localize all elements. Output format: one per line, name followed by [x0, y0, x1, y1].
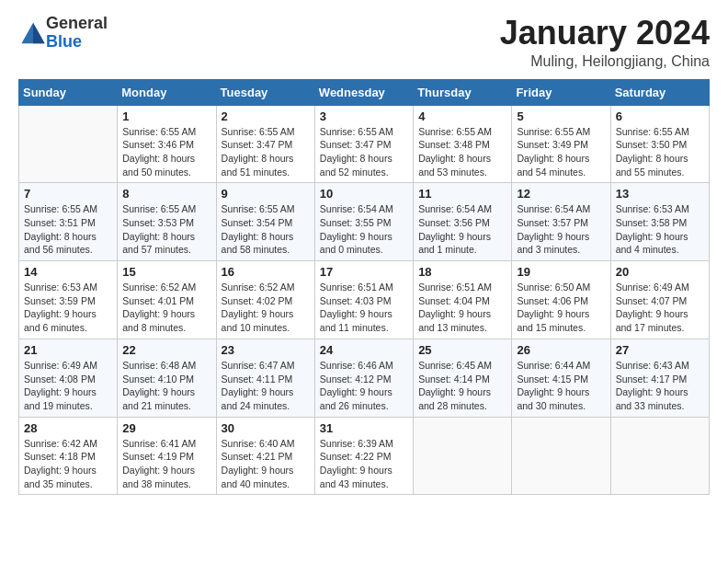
day-info-23: Sunrise: 6:47 AMSunset: 4:11 PMDaylight:…: [222, 359, 310, 413]
cell-w1-d6: 5Sunrise: 6:55 AMSunset: 3:49 PMDaylight…: [512, 105, 610, 183]
col-monday: Monday: [118, 79, 216, 105]
cell-w1-d5: 4Sunrise: 6:55 AMSunset: 3:48 PMDaylight…: [414, 105, 512, 183]
cell-w4-d2: 22Sunrise: 6:48 AMSunset: 4:10 PMDayligh…: [118, 339, 216, 417]
day-number-26: 26: [517, 343, 605, 357]
week-row-2: 7Sunrise: 6:55 AMSunset: 3:51 PMDaylight…: [19, 183, 710, 261]
col-saturday: Saturday: [610, 79, 709, 105]
calendar-table: Sunday Monday Tuesday Wednesday Thursday…: [18, 79, 710, 496]
col-wednesday: Wednesday: [314, 79, 413, 105]
cell-w5-d2: 29Sunrise: 6:41 AMSunset: 4:19 PMDayligh…: [118, 417, 216, 495]
day-number-24: 24: [320, 343, 408, 357]
day-number-16: 16: [222, 265, 310, 279]
logo-general-text: General: [46, 15, 108, 33]
day-info-19: Sunrise: 6:50 AMSunset: 4:06 PMDaylight:…: [517, 281, 605, 335]
day-number-31: 31: [320, 421, 408, 435]
day-number-25: 25: [418, 343, 506, 357]
day-info-16: Sunrise: 6:52 AMSunset: 4:02 PMDaylight:…: [222, 281, 310, 335]
day-info-18: Sunrise: 6:51 AMSunset: 4:04 PMDaylight:…: [418, 281, 506, 335]
cell-w4-d1: 21Sunrise: 6:49 AMSunset: 4:08 PMDayligh…: [19, 339, 118, 417]
cell-w5-d5: [414, 417, 512, 495]
cell-w3-d5: 18Sunrise: 6:51 AMSunset: 4:04 PMDayligh…: [414, 261, 512, 339]
day-number-17: 17: [320, 265, 408, 279]
cell-w4-d4: 24Sunrise: 6:46 AMSunset: 4:12 PMDayligh…: [314, 339, 413, 417]
cell-w2-d4: 10Sunrise: 6:54 AMSunset: 3:55 PMDayligh…: [314, 183, 413, 261]
day-info-21: Sunrise: 6:49 AMSunset: 4:08 PMDaylight:…: [24, 359, 112, 413]
header: General Blue January 2024 Muling, Heilon…: [18, 15, 710, 70]
day-info-28: Sunrise: 6:42 AMSunset: 4:18 PMDaylight:…: [24, 437, 112, 491]
col-sunday: Sunday: [19, 79, 118, 105]
day-info-8: Sunrise: 6:55 AMSunset: 3:53 PMDaylight:…: [122, 202, 210, 257]
day-info-12: Sunrise: 6:54 AMSunset: 3:57 PMDaylight:…: [517, 202, 605, 257]
day-number-11: 11: [418, 187, 506, 201]
cell-w2-d7: 13Sunrise: 6:53 AMSunset: 3:58 PMDayligh…: [610, 183, 709, 261]
logo: General Blue: [18, 15, 108, 52]
cell-w2-d1: 7Sunrise: 6:55 AMSunset: 3:51 PMDaylight…: [19, 183, 118, 261]
day-number-4: 4: [418, 109, 506, 123]
day-number-19: 19: [517, 265, 605, 279]
day-number-21: 21: [24, 343, 112, 357]
cell-w3-d7: 20Sunrise: 6:49 AMSunset: 4:07 PMDayligh…: [610, 261, 709, 339]
cell-w5-d7: [610, 417, 709, 495]
cell-w1-d3: 2Sunrise: 6:55 AMSunset: 3:47 PMDaylight…: [216, 105, 314, 183]
day-number-1: 1: [122, 109, 210, 123]
day-info-4: Sunrise: 6:55 AMSunset: 3:48 PMDaylight:…: [418, 125, 506, 179]
day-info-1: Sunrise: 6:55 AMSunset: 3:46 PMDaylight:…: [122, 125, 210, 179]
day-info-10: Sunrise: 6:54 AMSunset: 3:55 PMDaylight:…: [320, 202, 408, 257]
calendar-body: 1Sunrise: 6:55 AMSunset: 3:46 PMDaylight…: [19, 105, 710, 495]
cell-w3-d4: 17Sunrise: 6:51 AMSunset: 4:03 PMDayligh…: [314, 261, 413, 339]
col-friday: Friday: [512, 79, 610, 105]
day-number-8: 8: [122, 187, 210, 201]
week-row-4: 21Sunrise: 6:49 AMSunset: 4:08 PMDayligh…: [19, 339, 710, 417]
col-tuesday: Tuesday: [216, 79, 314, 105]
day-number-28: 28: [24, 421, 112, 435]
title-block: January 2024 Muling, Heilongjiang, China: [500, 15, 710, 70]
day-number-9: 9: [222, 187, 310, 201]
col-thursday: Thursday: [414, 79, 512, 105]
day-info-6: Sunrise: 6:55 AMSunset: 3:50 PMDaylight:…: [616, 125, 704, 179]
page: General Blue January 2024 Muling, Heilon…: [0, 0, 728, 563]
day-info-30: Sunrise: 6:40 AMSunset: 4:21 PMDaylight:…: [222, 437, 310, 491]
cell-w1-d2: 1Sunrise: 6:55 AMSunset: 3:46 PMDaylight…: [118, 105, 216, 183]
day-info-2: Sunrise: 6:55 AMSunset: 3:47 PMDaylight:…: [222, 125, 310, 179]
calendar-header: Sunday Monday Tuesday Wednesday Thursday…: [19, 79, 710, 105]
header-row: Sunday Monday Tuesday Wednesday Thursday…: [19, 79, 710, 105]
day-info-26: Sunrise: 6:44 AMSunset: 4:15 PMDaylight:…: [517, 359, 605, 413]
cell-w3-d3: 16Sunrise: 6:52 AMSunset: 4:02 PMDayligh…: [216, 261, 314, 339]
day-info-13: Sunrise: 6:53 AMSunset: 3:58 PMDaylight:…: [616, 202, 704, 257]
cell-w4-d6: 26Sunrise: 6:44 AMSunset: 4:15 PMDayligh…: [512, 339, 610, 417]
day-number-27: 27: [616, 343, 704, 357]
day-number-22: 22: [122, 343, 210, 357]
day-number-14: 14: [24, 265, 112, 279]
day-info-15: Sunrise: 6:52 AMSunset: 4:01 PMDaylight:…: [122, 281, 210, 335]
month-title: January 2024: [500, 15, 710, 52]
svg-marker-1: [33, 23, 45, 43]
day-number-5: 5: [517, 109, 605, 123]
cell-w1-d7: 6Sunrise: 6:55 AMSunset: 3:50 PMDaylight…: [610, 105, 709, 183]
day-info-22: Sunrise: 6:48 AMSunset: 4:10 PMDaylight:…: [122, 359, 210, 413]
day-number-30: 30: [222, 421, 310, 435]
day-info-27: Sunrise: 6:43 AMSunset: 4:17 PMDaylight:…: [616, 359, 704, 413]
day-number-7: 7: [24, 187, 112, 201]
day-number-12: 12: [517, 187, 605, 201]
logo-text: General Blue: [46, 15, 108, 52]
day-info-25: Sunrise: 6:45 AMSunset: 4:14 PMDaylight:…: [418, 359, 506, 413]
cell-w3-d1: 14Sunrise: 6:53 AMSunset: 3:59 PMDayligh…: [19, 261, 118, 339]
day-info-29: Sunrise: 6:41 AMSunset: 4:19 PMDaylight:…: [122, 437, 210, 491]
day-info-20: Sunrise: 6:49 AMSunset: 4:07 PMDaylight:…: [616, 281, 704, 335]
cell-w1-d1: [19, 105, 118, 183]
day-number-3: 3: [320, 109, 408, 123]
day-info-11: Sunrise: 6:54 AMSunset: 3:56 PMDaylight:…: [418, 202, 506, 257]
day-number-13: 13: [616, 187, 704, 201]
cell-w1-d4: 3Sunrise: 6:55 AMSunset: 3:47 PMDaylight…: [314, 105, 413, 183]
logo-icon: [20, 20, 46, 46]
logo-blue-text: Blue: [46, 33, 108, 52]
cell-w4-d3: 23Sunrise: 6:47 AMSunset: 4:11 PMDayligh…: [216, 339, 314, 417]
day-info-3: Sunrise: 6:55 AMSunset: 3:47 PMDaylight:…: [320, 125, 408, 179]
cell-w4-d5: 25Sunrise: 6:45 AMSunset: 4:14 PMDayligh…: [414, 339, 512, 417]
cell-w2-d5: 11Sunrise: 6:54 AMSunset: 3:56 PMDayligh…: [414, 183, 512, 261]
day-number-23: 23: [222, 343, 310, 357]
day-info-7: Sunrise: 6:55 AMSunset: 3:51 PMDaylight:…: [24, 202, 112, 257]
day-number-18: 18: [418, 265, 506, 279]
cell-w5-d1: 28Sunrise: 6:42 AMSunset: 4:18 PMDayligh…: [19, 417, 118, 495]
cell-w5-d3: 30Sunrise: 6:40 AMSunset: 4:21 PMDayligh…: [216, 417, 314, 495]
